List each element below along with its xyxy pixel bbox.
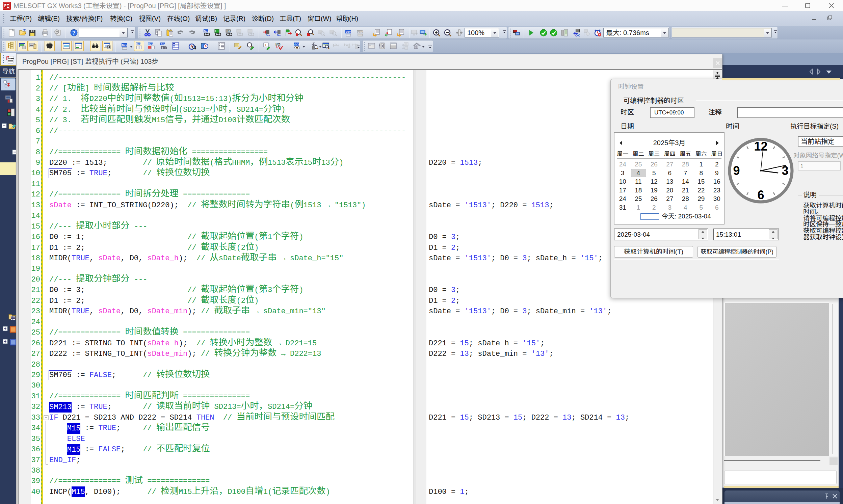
svg-text:GOT: GOT [294, 43, 300, 46]
svg-text:Dev: Dev [136, 42, 141, 46]
svg-text:Dev: Dev [204, 30, 209, 33]
svg-text:HKY: HKY [226, 30, 231, 32]
svg-text:I: I [265, 43, 267, 47]
svg-text:3: 3 [782, 164, 788, 178]
svg-text:OK: OK [575, 34, 580, 37]
svg-text:Dev: Dev [122, 43, 127, 47]
svg-text:Dev: Dev [266, 34, 270, 37]
svg-text:I/O: I/O [275, 42, 281, 46]
svg-text:?: ? [72, 30, 76, 36]
svg-text:Dev: Dev [277, 34, 281, 37]
svg-text:Dev: Dev [161, 42, 166, 46]
svg-text:6: 6 [757, 188, 764, 202]
svg-text:9: 9 [733, 164, 740, 178]
svg-text:Dev: Dev [346, 30, 351, 33]
svg-text:Dev: Dev [148, 42, 153, 46]
svg-text:Dev: Dev [358, 30, 363, 33]
svg-text:12: 12 [754, 140, 767, 153]
